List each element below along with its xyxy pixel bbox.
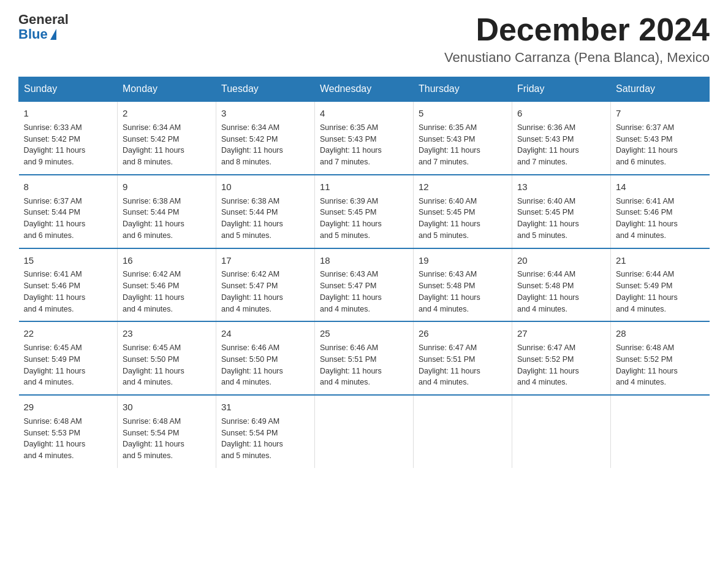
cell-info: Sunrise: 6:46 AMSunset: 5:50 PMDaylight:… (221, 343, 283, 386)
day-number: 6 (517, 107, 605, 120)
table-row (315, 395, 414, 468)
day-number: 2 (123, 107, 211, 120)
table-row: 15Sunrise: 6:41 AMSunset: 5:46 PMDayligh… (19, 248, 118, 322)
day-number: 23 (123, 327, 211, 340)
cell-info: Sunrise: 6:47 AMSunset: 5:51 PMDaylight:… (419, 343, 480, 386)
cell-info: Sunrise: 6:38 AMSunset: 5:44 PMDaylight:… (221, 197, 283, 240)
col-sunday: Sunday (19, 77, 118, 102)
table-row: 14Sunrise: 6:41 AMSunset: 5:46 PMDayligh… (611, 175, 710, 248)
cell-info: Sunrise: 6:38 AMSunset: 5:44 PMDaylight:… (123, 197, 184, 240)
table-row: 31Sunrise: 6:49 AMSunset: 5:54 PMDayligh… (216, 395, 315, 468)
calendar-header: Sunday Monday Tuesday Wednesday Thursday… (19, 77, 710, 102)
day-number: 29 (24, 400, 113, 414)
table-row: 13Sunrise: 6:40 AMSunset: 5:45 PMDayligh… (512, 175, 611, 248)
table-row: 9Sunrise: 6:38 AMSunset: 5:44 PMDaylight… (118, 175, 216, 248)
day-number: 27 (517, 327, 605, 340)
cell-info: Sunrise: 6:45 AMSunset: 5:49 PMDaylight:… (24, 343, 86, 386)
table-row: 7Sunrise: 6:37 AMSunset: 5:43 PMDaylight… (611, 101, 710, 175)
cell-info: Sunrise: 6:36 AMSunset: 5:43 PMDaylight:… (517, 123, 579, 166)
table-row: 17Sunrise: 6:42 AMSunset: 5:47 PMDayligh… (216, 248, 315, 322)
calendar-week-row: 29Sunrise: 6:48 AMSunset: 5:53 PMDayligh… (19, 395, 710, 468)
col-tuesday: Tuesday (216, 77, 315, 102)
day-number: 12 (419, 180, 507, 194)
day-number: 20 (517, 254, 605, 267)
table-row: 29Sunrise: 6:48 AMSunset: 5:53 PMDayligh… (19, 395, 118, 468)
day-number: 4 (320, 107, 408, 120)
cell-info: Sunrise: 6:35 AMSunset: 5:43 PMDaylight:… (320, 123, 382, 166)
cell-info: Sunrise: 6:34 AMSunset: 5:42 PMDaylight:… (123, 123, 184, 166)
cell-info: Sunrise: 6:33 AMSunset: 5:42 PMDaylight:… (24, 123, 86, 166)
location-title: Venustiano Carranza (Pena Blanca), Mexic… (444, 50, 710, 66)
table-row: 1Sunrise: 6:33 AMSunset: 5:42 PMDaylight… (19, 101, 118, 175)
cell-info: Sunrise: 6:48 AMSunset: 5:53 PMDaylight:… (24, 417, 86, 460)
day-number: 19 (419, 254, 507, 267)
table-row: 2Sunrise: 6:34 AMSunset: 5:42 PMDaylight… (118, 101, 216, 175)
day-number: 1 (24, 107, 113, 120)
table-row: 19Sunrise: 6:43 AMSunset: 5:48 PMDayligh… (414, 248, 512, 322)
col-saturday: Saturday (611, 77, 710, 102)
table-row: 20Sunrise: 6:44 AMSunset: 5:48 PMDayligh… (512, 248, 611, 322)
logo-general-text: General (18, 12, 69, 27)
table-row (512, 395, 611, 468)
cell-info: Sunrise: 6:46 AMSunset: 5:51 PMDaylight:… (320, 343, 382, 386)
calendar-table: Sunday Monday Tuesday Wednesday Thursday… (18, 77, 710, 468)
cell-info: Sunrise: 6:43 AMSunset: 5:47 PMDaylight:… (320, 270, 382, 313)
cell-info: Sunrise: 6:39 AMSunset: 5:45 PMDaylight:… (320, 197, 382, 240)
table-row: 21Sunrise: 6:44 AMSunset: 5:49 PMDayligh… (611, 248, 710, 322)
table-row (611, 395, 710, 468)
page-header: General Blue December 2024 Venustiano Ca… (18, 12, 710, 66)
day-number: 7 (616, 107, 705, 120)
title-area: December 2024 Venustiano Carranza (Pena … (444, 12, 710, 66)
col-wednesday: Wednesday (315, 77, 414, 102)
cell-info: Sunrise: 6:40 AMSunset: 5:45 PMDaylight:… (419, 197, 480, 240)
month-title: December 2024 (444, 12, 710, 47)
cell-info: Sunrise: 6:48 AMSunset: 5:52 PMDaylight:… (616, 343, 678, 386)
table-row: 3Sunrise: 6:34 AMSunset: 5:42 PMDaylight… (216, 101, 315, 175)
cell-info: Sunrise: 6:37 AMSunset: 5:44 PMDaylight:… (24, 197, 86, 240)
cell-info: Sunrise: 6:40 AMSunset: 5:45 PMDaylight:… (517, 197, 579, 240)
day-number: 9 (123, 180, 211, 194)
col-monday: Monday (118, 77, 216, 102)
day-number: 21 (616, 254, 705, 267)
day-number: 10 (221, 180, 309, 194)
cell-info: Sunrise: 6:37 AMSunset: 5:43 PMDaylight:… (616, 123, 678, 166)
calendar-week-row: 22Sunrise: 6:45 AMSunset: 5:49 PMDayligh… (19, 321, 710, 395)
logo: General Blue (18, 12, 69, 42)
day-number: 5 (419, 107, 507, 120)
day-number: 8 (24, 180, 113, 194)
day-number: 16 (123, 254, 211, 267)
table-row: 18Sunrise: 6:43 AMSunset: 5:47 PMDayligh… (315, 248, 414, 322)
day-number: 17 (221, 254, 309, 267)
table-row: 8Sunrise: 6:37 AMSunset: 5:44 PMDaylight… (19, 175, 118, 248)
day-number: 31 (221, 400, 309, 414)
cell-info: Sunrise: 6:41 AMSunset: 5:46 PMDaylight:… (24, 270, 86, 313)
day-number: 25 (320, 327, 408, 340)
calendar-week-row: 1Sunrise: 6:33 AMSunset: 5:42 PMDaylight… (19, 101, 710, 175)
header-row: Sunday Monday Tuesday Wednesday Thursday… (19, 77, 710, 102)
cell-info: Sunrise: 6:49 AMSunset: 5:54 PMDaylight:… (221, 417, 283, 460)
table-row: 12Sunrise: 6:40 AMSunset: 5:45 PMDayligh… (414, 175, 512, 248)
day-number: 18 (320, 254, 408, 267)
day-number: 14 (616, 180, 705, 194)
table-row: 16Sunrise: 6:42 AMSunset: 5:46 PMDayligh… (118, 248, 216, 322)
table-row: 22Sunrise: 6:45 AMSunset: 5:49 PMDayligh… (19, 321, 118, 395)
cell-info: Sunrise: 6:34 AMSunset: 5:42 PMDaylight:… (221, 123, 283, 166)
table-row: 23Sunrise: 6:45 AMSunset: 5:50 PMDayligh… (118, 321, 216, 395)
cell-info: Sunrise: 6:44 AMSunset: 5:49 PMDaylight:… (616, 270, 678, 313)
cell-info: Sunrise: 6:44 AMSunset: 5:48 PMDaylight:… (517, 270, 579, 313)
cell-info: Sunrise: 6:41 AMSunset: 5:46 PMDaylight:… (616, 197, 678, 240)
cell-info: Sunrise: 6:43 AMSunset: 5:48 PMDaylight:… (419, 270, 480, 313)
table-row: 11Sunrise: 6:39 AMSunset: 5:45 PMDayligh… (315, 175, 414, 248)
table-row: 27Sunrise: 6:47 AMSunset: 5:52 PMDayligh… (512, 321, 611, 395)
col-friday: Friday (512, 77, 611, 102)
day-number: 24 (221, 327, 309, 340)
day-number: 11 (320, 180, 408, 194)
table-row: 5Sunrise: 6:35 AMSunset: 5:43 PMDaylight… (414, 101, 512, 175)
table-row: 4Sunrise: 6:35 AMSunset: 5:43 PMDaylight… (315, 101, 414, 175)
table-row: 10Sunrise: 6:38 AMSunset: 5:44 PMDayligh… (216, 175, 315, 248)
day-number: 15 (24, 254, 113, 267)
table-row: 24Sunrise: 6:46 AMSunset: 5:50 PMDayligh… (216, 321, 315, 395)
logo-blue-text: Blue (18, 27, 69, 42)
cell-info: Sunrise: 6:42 AMSunset: 5:46 PMDaylight:… (123, 270, 184, 313)
day-number: 13 (517, 180, 605, 194)
